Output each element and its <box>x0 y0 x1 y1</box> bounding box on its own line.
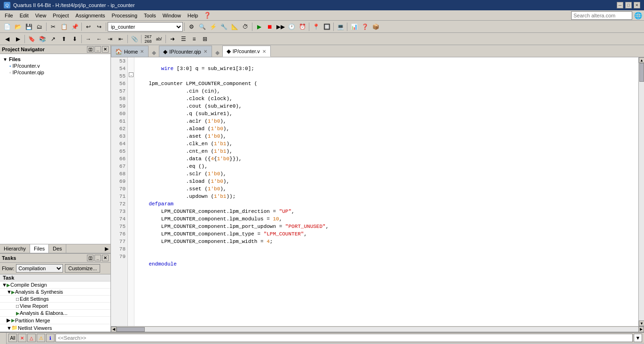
search-input[interactable] <box>571 11 632 20</box>
panel-close-button[interactable]: ✕ <box>102 46 109 53</box>
tasks-close-button[interactable]: ✕ <box>102 255 109 261</box>
nav-forward-button[interactable]: ▶ <box>13 34 23 44</box>
attach-btn[interactable]: 📎 <box>129 34 140 44</box>
minimize-button[interactable]: ─ <box>617 2 623 8</box>
close-button[interactable]: ✕ <box>634 2 640 8</box>
h-scroll-thumb[interactable] <box>117 327 145 332</box>
clock2-button[interactable]: ⏰ <box>297 22 307 32</box>
flow-select[interactable]: Compilation <box>16 264 63 273</box>
vertical-scrollbar[interactable]: ▲ ▼ <box>638 57 644 326</box>
cut-button[interactable]: ✂ <box>48 22 58 32</box>
asm-button[interactable]: 📐 <box>229 22 240 32</box>
menu-edit[interactable]: Edit <box>17 12 31 19</box>
scroll-thumb[interactable] <box>639 63 644 82</box>
goto-button[interactable]: ↗ <box>48 34 58 44</box>
indent2-btn[interactable]: ⇥ <box>105 34 115 44</box>
tab-hierarchy[interactable]: Hierarchy <box>0 244 30 253</box>
menu-help[interactable]: Help <box>185 12 201 19</box>
menu-window[interactable]: Window <box>160 12 184 19</box>
chip-planner-button[interactable]: 🔲 <box>322 22 332 32</box>
timing-button[interactable]: ⏱ <box>240 22 251 32</box>
synth-button[interactable]: ⚡ <box>208 22 218 32</box>
menu-assignments[interactable]: Assignments <box>73 12 108 19</box>
new-button[interactable]: 📄 <box>2 22 12 32</box>
indent-btn[interactable]: → <box>83 34 94 44</box>
clock-button[interactable]: 🕐 <box>286 22 297 32</box>
menu-view[interactable]: View <box>32 12 49 19</box>
msg-error-button[interactable]: △ <box>27 334 36 342</box>
tab-files[interactable]: Files <box>30 244 49 253</box>
pin-planner-button[interactable]: 📍 <box>311 22 321 32</box>
run-all-button[interactable]: ▶▶ <box>275 22 286 32</box>
msg-warning-button[interactable]: ⚠ <box>37 334 45 342</box>
next-btn[interactable]: ⬇ <box>70 34 80 44</box>
task-compile-design[interactable]: ▼ ▶ Compile Design <box>0 281 110 289</box>
tab-home[interactable]: 🏠 Home ✕ <box>111 46 149 57</box>
tasks-min-button[interactable]: _ <box>94 255 101 261</box>
compile-button[interactable]: ⚙ <box>186 22 196 32</box>
sim-button[interactable]: 📊 <box>349 22 359 32</box>
menu-file[interactable]: File <box>2 12 16 19</box>
paste-button[interactable]: 📌 <box>70 22 80 32</box>
task-expand-icon-nv[interactable]: ▼ <box>7 325 11 331</box>
unindent-btn[interactable]: ← <box>94 34 104 44</box>
ip-button[interactable]: 📦 <box>370 22 381 32</box>
save-button[interactable]: 💾 <box>24 22 34 32</box>
run-button[interactable]: ▶ <box>254 22 264 32</box>
task-netlist-viewers[interactable]: ▼ 📁 Netlist Viewers <box>0 324 110 332</box>
format2-btn[interactable]: ≡ <box>189 34 199 44</box>
msg-all-button[interactable]: All <box>8 334 17 342</box>
unindent2-btn[interactable]: ⇤ <box>116 34 126 44</box>
programmer-button[interactable]: 💻 <box>335 22 346 32</box>
task-expand-icon-as[interactable]: ▼ <box>7 289 11 295</box>
nav-back-button[interactable]: ◀ <box>2 34 12 44</box>
task-partition-merge[interactable]: ▶ ▶ Partition Merge <box>0 317 110 324</box>
open-button[interactable]: 📂 <box>13 22 23 32</box>
tasks-float-button[interactable]: ◫ <box>87 255 94 261</box>
menu-tools[interactable]: Tools <box>141 12 159 19</box>
tab-des[interactable]: Des <box>49 244 66 253</box>
redo-button[interactable]: ↪ <box>94 22 104 32</box>
task-expand-icon-pm[interactable]: ▶ <box>7 317 11 323</box>
scroll-right-button[interactable]: ▶ <box>638 327 644 332</box>
task-analysis-elaboration[interactable]: ▶ Analysis & Elabora... <box>0 310 110 317</box>
save-all-button[interactable]: 🗂 <box>34 22 45 32</box>
bookmark-button[interactable]: 🔖 <box>26 34 37 44</box>
task-analysis-synthesis[interactable]: ▼ ▶ Analysis & Synthesis <box>0 289 110 296</box>
code-content[interactable]: wire [3:0] q = sub_wire1[3:0]; lpm_count… <box>134 57 638 326</box>
customize-button[interactable]: Customize... <box>65 264 100 273</box>
stop-button[interactable]: ⏹ <box>265 22 275 32</box>
panel-min-button[interactable]: _ <box>94 46 101 53</box>
msg-clear-button[interactable]: ✕ <box>18 334 26 342</box>
message-search-dropdown[interactable]: ▼ <box>634 334 642 342</box>
arrow-btn[interactable]: ➜ <box>167 34 178 44</box>
panel-float-button[interactable]: ◫ <box>87 46 94 53</box>
format3-btn[interactable]: ⊞ <box>200 34 210 44</box>
project-select[interactable]: ip_counter <box>108 22 183 31</box>
linenum-btn[interactable]: 267268 <box>143 34 153 44</box>
copy-button[interactable]: 📋 <box>59 22 69 32</box>
task-expand-icon[interactable]: ▼ <box>2 282 7 288</box>
format-btn[interactable]: ☰ <box>178 34 188 44</box>
tab-counter-qip[interactable]: ◆ IP/counter.qip ✕ <box>159 46 212 57</box>
analyze-button[interactable]: 🔍 <box>197 22 207 32</box>
tab-counter-v[interactable]: ◆ IP/counter.v ✕ <box>222 46 271 57</box>
bookmark2-button[interactable]: 📚 <box>37 34 47 44</box>
files-folder[interactable]: ▼ Files <box>2 56 109 63</box>
help-arrow-icon[interactable]: ❓ <box>204 12 211 19</box>
home-tab-close[interactable]: ✕ <box>140 49 144 54</box>
collapse-button-55[interactable]: - <box>129 72 134 77</box>
menu-processing[interactable]: Processing <box>109 12 140 19</box>
scroll-left-button[interactable]: ◀ <box>111 327 117 332</box>
task-view-report[interactable]: □ View Report <box>0 303 110 310</box>
scroll-up-button[interactable]: ▲ <box>639 57 644 63</box>
menu-project[interactable]: Project <box>50 12 71 19</box>
qip-tab-close[interactable]: ✕ <box>203 49 208 54</box>
help-button[interactable]: ❓ <box>360 22 370 32</box>
undo-button[interactable]: ↩ <box>83 22 94 32</box>
abc-btn[interactable]: ab/ <box>154 34 164 44</box>
task-edit-settings[interactable]: □ Edit Settings <box>0 296 110 303</box>
scroll-down-button[interactable]: ▼ <box>639 321 644 326</box>
restore-button[interactable]: □ <box>625 2 632 8</box>
v-tab-close[interactable]: ✕ <box>262 49 267 54</box>
